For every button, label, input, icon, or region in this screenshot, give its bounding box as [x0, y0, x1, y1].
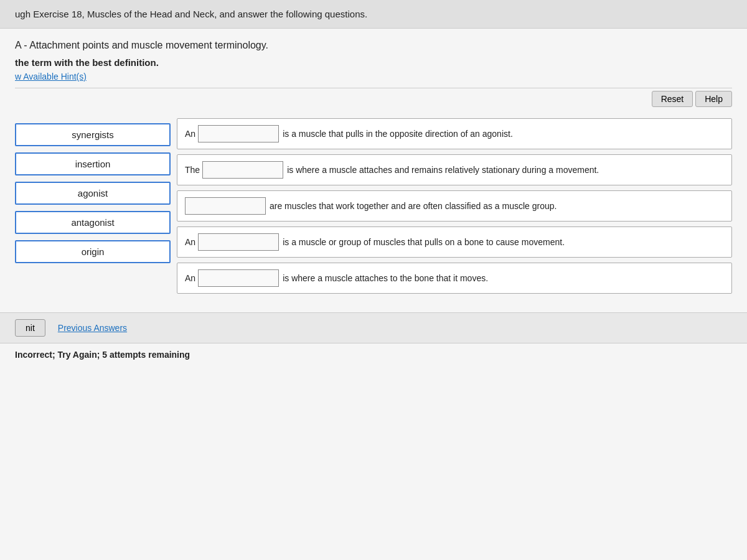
definition-row-3: are muscles that work together and are o…: [177, 190, 732, 222]
reset-button[interactable]: Reset: [652, 91, 693, 107]
term-antagonist[interactable]: antagonist: [15, 211, 171, 234]
instruction-text: ugh Exercise 18, Muscles of the Head and…: [15, 9, 367, 19]
def4-prefix: An: [185, 237, 195, 247]
subtitle-text: the term with the best definition.: [15, 57, 159, 68]
def2-prefix: The: [185, 165, 200, 175]
def5-text: is where a muscle attaches to the bone t…: [283, 273, 724, 283]
incorrect-message: Incorrect; Try Again; 5 attempts remaini…: [15, 350, 190, 360]
term-origin[interactable]: origin: [15, 240, 171, 263]
definition-row-1: An is a muscle that pulls in the opposit…: [177, 118, 732, 149]
def5-prefix: An: [185, 273, 195, 283]
section-subtitle: the term with the best definition.: [0, 55, 747, 69]
main-content: synergists insertion agonist antagonist …: [0, 112, 747, 300]
drop-box-2[interactable]: [202, 161, 283, 179]
definition-row-5: An is where a muscle attaches to the bon…: [177, 263, 732, 294]
drop-box-5[interactable]: [198, 269, 279, 287]
term-synergists[interactable]: synergists: [15, 123, 171, 146]
terms-column: synergists insertion agonist antagonist …: [15, 118, 177, 294]
drop-box-1[interactable]: [198, 125, 279, 142]
definition-row-4: An is a muscle or group of muscles that …: [177, 226, 732, 258]
reset-help-row: Reset Help: [0, 88, 747, 112]
top-instruction: ugh Exercise 18, Muscles of the Head and…: [0, 0, 747, 29]
page-wrapper: ugh Exercise 18, Muscles of the Head and…: [0, 0, 747, 560]
help-button[interactable]: Help: [695, 91, 732, 107]
footer-bar: nit Previous Answers: [0, 312, 747, 343]
hint-label: w Available Hint(s): [15, 72, 87, 82]
incorrect-bar: Incorrect; Try Again; 5 attempts remaini…: [0, 343, 747, 366]
hint-link[interactable]: w Available Hint(s): [0, 69, 747, 88]
section-title: A - Attachment points and muscle movemen…: [0, 29, 747, 55]
definitions-column: An is a muscle that pulls in the opposit…: [177, 118, 732, 294]
def1-prefix: An: [185, 129, 195, 139]
drop-box-4[interactable]: [198, 233, 279, 251]
def1-text: is a muscle that pulls in the opposite d…: [283, 129, 724, 139]
drop-box-3[interactable]: [185, 197, 266, 215]
definition-row-2: The is where a muscle attaches and remai…: [177, 154, 732, 185]
section-title-text: A - Attachment points and muscle movemen…: [15, 40, 268, 50]
previous-answers-link[interactable]: Previous Answers: [58, 323, 127, 333]
def4-text: is a muscle or group of muscles that pul…: [283, 237, 724, 247]
term-insertion[interactable]: insertion: [15, 152, 171, 175]
def2-text: is where a muscle attaches and remains r…: [287, 165, 724, 175]
def3-text: are muscles that work together and are o…: [270, 201, 724, 211]
term-agonist[interactable]: agonist: [15, 182, 171, 205]
submit-button[interactable]: nit: [15, 319, 45, 337]
